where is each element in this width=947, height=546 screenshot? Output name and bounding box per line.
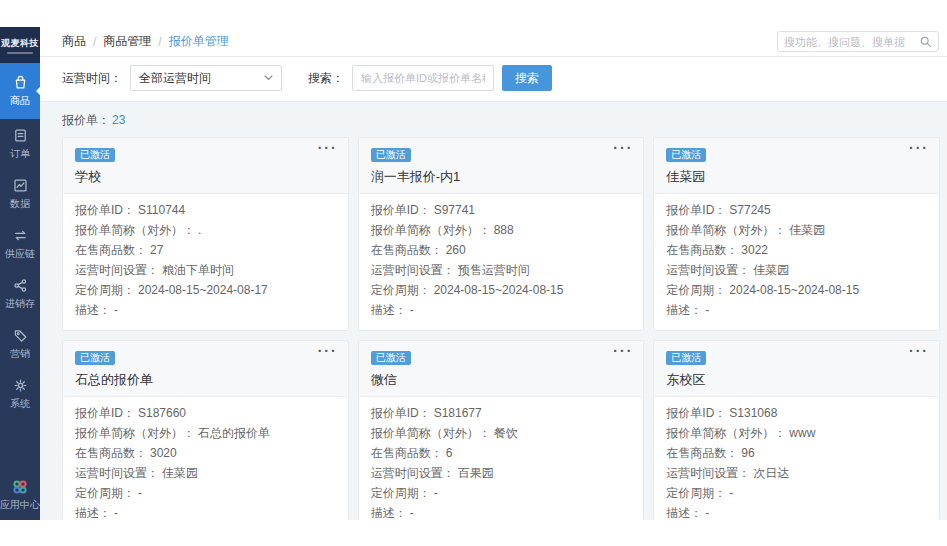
sidebar-item-marketing[interactable]: 营销 (0, 319, 40, 369)
operation-time-select[interactable]: 全部运营时间 (130, 65, 282, 91)
card-header: 已激活 ··· 学校 (63, 138, 348, 194)
field-short-name: 报价单简称（对外）：餐饮 (371, 423, 632, 443)
more-icon[interactable]: ··· (909, 343, 929, 359)
card-title: 东校区 (666, 371, 927, 389)
field-short-name: 报价单简称（对外）：佳菜园 (666, 220, 927, 240)
card-title: 学校 (75, 168, 336, 186)
sidebar-item-system[interactable]: 系统 (0, 369, 40, 419)
quote-count-label: 报价单： (62, 113, 110, 127)
logo: 观麦科技 (0, 27, 40, 63)
search-button[interactable]: 搜索 (502, 65, 552, 91)
chevron-down-icon (264, 75, 273, 81)
share-nodes-icon (12, 277, 29, 294)
card-title: 微信 (371, 371, 632, 389)
breadcrumb-item-quote-management: 报价单管理 (169, 33, 229, 50)
field-quote-id: 报价单ID：S131068 (666, 403, 927, 423)
quote-card[interactable]: 已激活 ··· 微信 报价单ID：S181677 报价单简称（对外）：餐饮 在售… (358, 340, 645, 520)
sidebar-item-inventory[interactable]: 进销存 (0, 269, 40, 319)
operation-time-label: 运营时间： (62, 70, 122, 87)
field-pricing-period: 定价周期：- (371, 483, 632, 503)
card-body: 报价单ID：S187660 报价单简称（对外）：石总的报价单 在售商品数：302… (63, 397, 348, 520)
more-icon[interactable]: ··· (613, 343, 633, 359)
card-body: 报价单ID：S97741 报价单简称（对外）：888 在售商品数：260 运营时… (359, 194, 644, 330)
sidebar-item-label: 订单 (10, 147, 30, 161)
more-icon[interactable]: ··· (318, 343, 338, 359)
field-pricing-period: 定价周期：2024-08-15~2024-08-15 (371, 280, 632, 300)
breadcrumb-separator: / (93, 35, 96, 49)
field-time-setting: 运营时间设置：预售运营时间 (371, 260, 632, 280)
field-short-name: 报价单简称（对外）：888 (371, 220, 632, 240)
quote-card[interactable]: 已激活 ··· 东校区 报价单ID：S131068 报价单简称（对外）：www … (653, 340, 940, 520)
field-quote-id: 报价单ID：S97741 (371, 200, 632, 220)
quote-count-summary: 报价单：23 (62, 102, 940, 137)
card-body: 报价单ID：S181677 报价单简称（对外）：餐饮 在售商品数：6 运营时间设… (359, 397, 644, 520)
card-header: 已激活 ··· 佳菜园 (654, 138, 939, 194)
field-on-sale-count: 在售商品数：96 (666, 443, 927, 463)
field-description: 描述：- (666, 300, 927, 320)
more-icon[interactable]: ··· (613, 140, 633, 156)
quote-card[interactable]: 已激活 ··· 石总的报价单 报价单ID：S187660 报价单简称（对外）：石… (62, 340, 349, 520)
quote-card[interactable]: 已激活 ··· 润一丰报价-内1 报价单ID：S97741 报价单简称（对外）：… (358, 137, 645, 331)
logo-subtitle (7, 52, 33, 54)
field-description: 描述：- (75, 503, 336, 520)
swap-arrows-icon (12, 227, 29, 244)
field-quote-id: 报价单ID：S110744 (75, 200, 336, 220)
field-time-setting: 运营时间设置：次日达 (666, 463, 927, 483)
field-quote-id: 报价单ID：S187660 (75, 403, 336, 423)
field-on-sale-count: 在售商品数：3022 (666, 240, 927, 260)
chart-icon (12, 177, 29, 194)
field-on-sale-count: 在售商品数：6 (371, 443, 632, 463)
field-on-sale-count: 在售商品数：3020 (75, 443, 336, 463)
sidebar-item-data[interactable]: 数据 (0, 169, 40, 219)
breadcrumb-item-product-management[interactable]: 商品管理 (103, 33, 151, 50)
field-time-setting: 运营时间设置：粮油下单时间 (75, 260, 336, 280)
field-time-setting: 运营时间设置：百果园 (371, 463, 632, 483)
sidebar-item-label: 系统 (10, 397, 30, 411)
more-icon[interactable]: ··· (909, 140, 929, 156)
gear-icon (12, 377, 29, 394)
field-pricing-period: 定价周期：- (75, 483, 336, 503)
field-pricing-period: 定价周期：- (666, 483, 927, 503)
sidebar-item-label: 供应链 (5, 247, 35, 261)
sidebar-item-label: 数据 (10, 197, 30, 211)
card-header: 已激活 ··· 东校区 (654, 341, 939, 397)
sidebar-item-orders[interactable]: 订单 (0, 119, 40, 169)
status-badge: 已激活 (75, 148, 115, 162)
card-body: 报价单ID：S110744 报价单简称（对外）：. 在售商品数：27 运营时间设… (63, 194, 348, 330)
card-title: 石总的报价单 (75, 371, 336, 389)
sidebar-item-products[interactable]: 商品 (0, 63, 40, 119)
sidebar-item-app-center[interactable]: 应用中心 (0, 472, 40, 518)
app-window: 观麦科技 商品 订单 (0, 27, 947, 520)
field-description: 描述：- (75, 300, 336, 320)
sidebar-item-supply-chain[interactable]: 供应链 (0, 219, 40, 269)
topbar: 商品 / 商品管理 / 报价单管理 (40, 27, 947, 57)
card-title: 润一丰报价-内1 (371, 168, 632, 186)
breadcrumb-item-products[interactable]: 商品 (62, 33, 86, 50)
card-body: 报价单ID：S131068 报价单简称（对外）：www 在售商品数：96 运营时… (654, 397, 939, 520)
field-short-name: 报价单简称（对外）：www (666, 423, 927, 443)
field-short-name: 报价单简称（对外）：. (75, 220, 336, 240)
status-badge: 已激活 (666, 148, 706, 162)
search-icon[interactable] (919, 35, 932, 48)
order-doc-icon (12, 127, 29, 144)
card-header: 已激活 ··· 石总的报价单 (63, 341, 348, 397)
quote-card[interactable]: 已激活 ··· 学校 报价单ID：S110744 报价单简称（对外）：. 在售商… (62, 137, 349, 331)
four-rings-icon (11, 478, 29, 496)
quote-card[interactable]: 已激活 ··· 佳菜园 报价单ID：S77245 报价单简称（对外）：佳菜园 在… (653, 137, 940, 331)
status-badge: 已激活 (75, 351, 115, 365)
breadcrumb: 商品 / 商品管理 / 报价单管理 (62, 33, 229, 50)
logo-text: 观麦科技 (1, 37, 39, 50)
global-search-box[interactable] (777, 31, 939, 52)
field-short-name: 报价单简称（对外）：石总的报价单 (75, 423, 336, 443)
sidebar-item-label: 营销 (10, 347, 30, 361)
quote-search-input[interactable] (352, 65, 494, 91)
more-icon[interactable]: ··· (318, 140, 338, 156)
status-badge: 已激活 (371, 351, 411, 365)
global-search-input[interactable] (784, 36, 919, 48)
card-body: 报价单ID：S77245 报价单简称（对外）：佳菜园 在售商品数：3022 运营… (654, 194, 939, 330)
filter-bar: 运营时间： 全部运营时间 搜索： 搜索 (40, 57, 947, 102)
status-badge: 已激活 (666, 351, 706, 365)
field-pricing-period: 定价周期：2024-08-15~2024-08-17 (75, 280, 336, 300)
sidebar-item-label: 进销存 (5, 297, 35, 311)
card-title: 佳菜园 (666, 168, 927, 186)
